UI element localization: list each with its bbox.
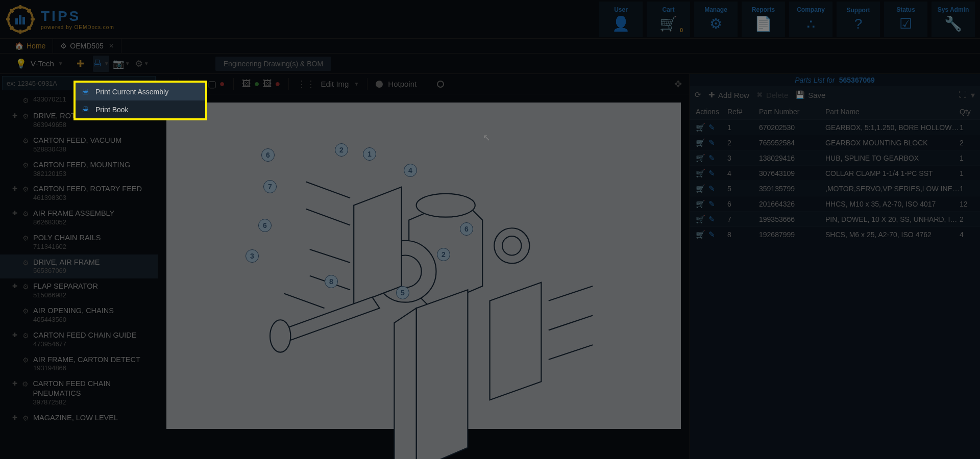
- expand-icon[interactable]: ✚: [12, 283, 18, 291]
- nav-tile-reports[interactable]: Reports📄: [742, 2, 785, 37]
- camera-button[interactable]: 📷 ▼: [113, 56, 130, 72]
- refresh-button[interactable]: ⟳: [695, 90, 701, 99]
- expand-icon[interactable]: ✚: [12, 380, 18, 388]
- table-row[interactable]: 🛒✎7199353666PIN, DOWEL, 10 X 20, SS, UNH…: [690, 212, 980, 227]
- hotspot[interactable]: 4: [404, 164, 417, 177]
- logo[interactable]: TIPS powered by OEMDocs.com: [5, 4, 114, 35]
- table-row[interactable]: 🛒✎8192687999SHCS, M6 x 25, A2-70, ISO 47…: [690, 227, 980, 242]
- tree-item[interactable]: ✚⚙CARTON FEED CHAIN GUIDE473954677: [0, 327, 158, 352]
- add-row-button[interactable]: ✚Add Row: [708, 90, 749, 99]
- edit-img-button[interactable]: Edit Img: [321, 80, 349, 88]
- gear-icon: ⚙: [22, 136, 29, 145]
- drawing-tab[interactable]: Engineering Drawing(s) & BOM: [215, 57, 331, 71]
- expand-icon[interactable]: ✚: [12, 112, 18, 120]
- remove-page-icon[interactable]: ●: [219, 79, 225, 89]
- tree-item[interactable]: ⚙CARTON FEED, VACUUM528830438: [0, 133, 158, 157]
- tree-item[interactable]: ✚⚙CARTON FEED CHAIN PNEUMATICS397872582: [0, 376, 158, 410]
- tree-item[interactable]: ⚙AIR OPENING, CHAINS405443560: [0, 303, 158, 327]
- expand-icon[interactable]: ⛶: [959, 90, 967, 100]
- tab-row: 🏠Home⚙OEMD505✕: [0, 38, 980, 54]
- move-icon[interactable]: ✥: [674, 79, 682, 90]
- nav-tile-user[interactable]: User👤: [599, 2, 643, 37]
- tab-oemd505[interactable]: ⚙OEMD505✕: [53, 39, 121, 53]
- edit-icon[interactable]: ✎: [708, 215, 715, 224]
- cart-icon[interactable]: 🛒: [696, 154, 705, 163]
- drag-handle-icon[interactable]: ⋮⋮: [297, 79, 315, 90]
- edit-icon[interactable]: ✎: [708, 138, 715, 147]
- bulb-icon: 💡: [15, 58, 27, 69]
- hotspot[interactable]: 6: [460, 222, 473, 236]
- parts-table: Actions Ref# Part Number Part Name Qty 🛒…: [690, 104, 980, 459]
- parts-toolbar: ⟳ ✚Add Row ✖Delete 💾Save ⛶▾: [690, 86, 980, 104]
- print-menu-item[interactable]: 🖶Print Current Assembly: [76, 83, 205, 100]
- image-icon[interactable]: 🖼: [242, 79, 251, 89]
- nav-tile-support[interactable]: Support?: [837, 2, 880, 37]
- edit-icon[interactable]: ✎: [708, 169, 715, 178]
- nav-tile-status[interactable]: Status☑: [884, 2, 927, 37]
- hotspot[interactable]: 2: [437, 248, 450, 261]
- hotspot[interactable]: 3: [246, 249, 259, 263]
- remove-image-icon[interactable]: ●: [275, 79, 281, 89]
- table-row[interactable]: 🛒✎6201664326HHCS, M10 x 35, A2-70, ISO 4…: [690, 196, 980, 212]
- close-icon[interactable]: ✕: [109, 42, 114, 49]
- tree-item[interactable]: ✚⚙CARTON FEED, ROTARY FEED461398303: [0, 181, 158, 206]
- radio-empty[interactable]: [437, 81, 444, 88]
- hotspot[interactable]: 7: [263, 180, 277, 193]
- hotspot[interactable]: 5: [396, 286, 409, 299]
- chevron-down-icon[interactable]: ▾: [971, 90, 975, 100]
- tree-item[interactable]: ⚙CARTON FEED, MOUNTING382120153: [0, 157, 158, 182]
- add-button[interactable]: ✚: [72, 56, 89, 72]
- cart-icon[interactable]: 🛒: [696, 230, 705, 239]
- tree-item[interactable]: ⚙AIR FRAME, CARTON DETECT193194866: [0, 352, 158, 376]
- nav-tile-company[interactable]: Company⛬: [789, 2, 832, 37]
- vtech-selector[interactable]: 💡 V-Tech ▼: [10, 56, 68, 71]
- edit-icon[interactable]: ✎: [708, 199, 715, 209]
- expand-icon[interactable]: ✚: [12, 414, 18, 422]
- hotspot[interactable]: 8: [325, 275, 338, 288]
- main-toolbar: 💡 V-Tech ▼ ✚ 🖶 ▼ 📷 ▼ ⚙ ▼ Engineering Dra…: [0, 54, 980, 74]
- edit-icon[interactable]: ✎: [708, 154, 715, 163]
- hotspot[interactable]: 1: [363, 147, 376, 161]
- nav-tile-cart[interactable]: Cart🛒0: [647, 2, 690, 37]
- tree-item[interactable]: ⚙POLY CHAIN RAILS711341602: [0, 230, 158, 254]
- cart-icon[interactable]: 🛒: [696, 169, 705, 178]
- print-button[interactable]: 🖶 ▼: [93, 56, 109, 72]
- expand-icon[interactable]: ✚: [12, 185, 18, 193]
- cart-icon[interactable]: 🛒: [696, 199, 705, 209]
- save-button[interactable]: 💾Save: [795, 90, 825, 99]
- tree-item[interactable]: ⚙DRIVE, AIR FRAME565367069: [0, 254, 158, 279]
- cart-icon[interactable]: 🛒: [696, 138, 705, 147]
- nav-tile-sys-admin[interactable]: Sys Admin🔧: [932, 2, 975, 37]
- table-row[interactable]: 🛒✎4307643109COLLAR CLAMP 1-1/4 1-PC SST1: [690, 166, 980, 181]
- image-icon[interactable]: 🖼: [263, 79, 272, 89]
- hotspot[interactable]: 6: [261, 148, 275, 162]
- chevron-down-icon[interactable]: ▼: [354, 81, 359, 87]
- print-menu-item[interactable]: 🖶Print Book: [76, 100, 205, 118]
- table-row[interactable]: 🛒✎2765952584GEARBOX MOUNTING BLOCK2: [690, 135, 980, 150]
- tab-home[interactable]: 🏠Home: [8, 39, 53, 53]
- expand-icon[interactable]: ✚: [12, 210, 18, 218]
- expand-icon[interactable]: ✚: [12, 332, 18, 340]
- hotspot[interactable]: 2: [335, 143, 348, 157]
- edit-icon[interactable]: ✎: [708, 230, 715, 239]
- tree-item[interactable]: ✚⚙MAGAZINE, LOW LEVEL: [0, 410, 158, 426]
- add-image-icon[interactable]: ●: [254, 79, 260, 89]
- cart-icon[interactable]: 🛒: [696, 215, 705, 224]
- tree-item[interactable]: ✚⚙AIR FRAME ASSEMBLY862683052: [0, 206, 158, 230]
- edit-icon[interactable]: ✎: [708, 123, 715, 132]
- cart-icon[interactable]: 🛒: [696, 184, 705, 193]
- page-icon[interactable]: ▢: [208, 79, 216, 90]
- drawing-area[interactable]: 6 2 1 4 7 6 6 3 2 8 5: [166, 103, 681, 429]
- hotpoint-radio[interactable]: [376, 81, 383, 88]
- top-header: TIPS powered by OEMDocs.com User👤Cart🛒0M…: [0, 0, 980, 38]
- table-row[interactable]: 🛒✎5359135799,MOTOR,SERVO,VP SERIES,LOW I…: [690, 181, 980, 196]
- table-row[interactable]: 🛒✎1670202530GEARBOX, 5:1,1.250, BORE HOL…: [690, 120, 980, 135]
- cart-icon[interactable]: 🛒: [696, 123, 705, 132]
- edit-icon[interactable]: ✎: [708, 184, 715, 193]
- nav-tile-manage[interactable]: Manage⚙: [694, 2, 738, 37]
- tree-item[interactable]: ✚⚙FLAP SEPARATOR515066982: [0, 278, 158, 303]
- settings-button[interactable]: ⚙ ▼: [134, 56, 150, 72]
- hotspot[interactable]: 6: [258, 219, 272, 232]
- delete-button[interactable]: ✖Delete: [756, 90, 788, 99]
- table-row[interactable]: 🛒✎3138029416HUB, SPLINE TO GEARBOX1: [690, 150, 980, 166]
